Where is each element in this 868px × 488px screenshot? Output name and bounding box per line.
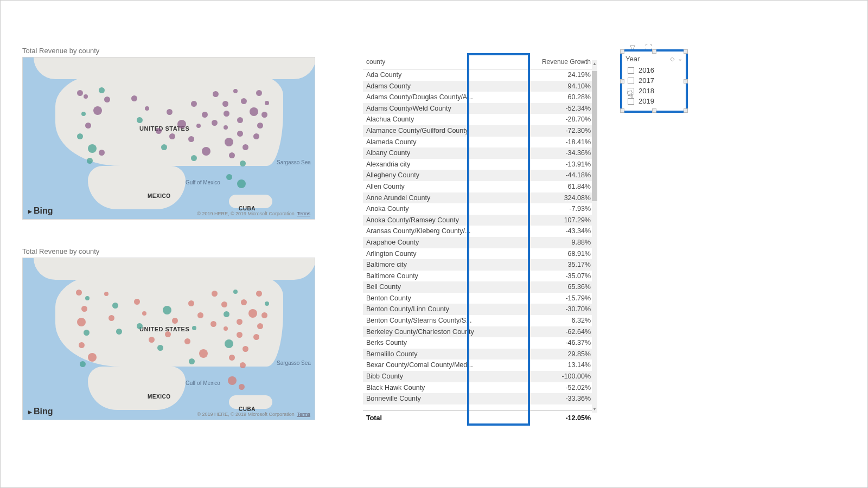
resize-handle[interactable]: [684, 79, 688, 84]
table-row[interactable]: Anoka County-7.93%: [363, 203, 596, 215]
slicer-item-2019[interactable]: 2019: [626, 96, 682, 106]
cell-county: Alamance County/Guilford County: [363, 127, 532, 135]
cell-county: Black Hawk County: [363, 384, 532, 392]
table-row[interactable]: Arapahoe County9.88%: [363, 237, 596, 248]
cell-revenue-growth: -18.41%: [532, 138, 596, 146]
resize-handle[interactable]: [652, 49, 656, 54]
total-value: -12.05%: [532, 414, 596, 422]
slicer-item-label: 2019: [639, 97, 654, 105]
table-row[interactable]: Benton County-15.79%: [363, 293, 596, 304]
slicer-item-label: 2018: [639, 87, 654, 95]
cell-county: Adams County/Douglas County/A...: [363, 93, 532, 101]
cell-revenue-growth: -52.02%: [532, 384, 596, 392]
resize-handle[interactable]: [684, 49, 688, 54]
table-row[interactable]: Benton County/Stearns County/S...6.32%: [363, 315, 596, 326]
table-row[interactable]: Anoka County/Ramsey County107.29%: [363, 215, 596, 226]
map-bubbles-1: [23, 57, 315, 219]
table-row[interactable]: Adams County/Weld County-52.34%: [363, 103, 596, 114]
cell-county: Bell County: [363, 283, 532, 291]
cell-county: Baltimore city: [363, 261, 532, 269]
cell-county: Anoka County: [363, 205, 532, 213]
table-row[interactable]: Alachua County-28.70%: [363, 114, 596, 125]
slicer-item-2016[interactable]: 2016: [626, 65, 682, 75]
table-row[interactable]: Allegheny County-44.18%: [363, 170, 596, 181]
table-row[interactable]: Allen County61.84%: [363, 181, 596, 192]
map-title-2: Total Revenue by county: [22, 247, 315, 255]
cell-county: Arapahoe County: [363, 239, 532, 247]
table-row[interactable]: Black Hawk County-52.02%: [363, 382, 596, 394]
map-terms-link[interactable]: Terms: [297, 211, 311, 216]
cell-revenue-growth: -46.37%: [532, 339, 596, 347]
table-row[interactable]: Berkeley County/Charleston County-62.64%: [363, 326, 596, 338]
checkbox-icon[interactable]: [628, 67, 634, 74]
cell-revenue-growth: -43.34%: [532, 227, 596, 235]
table-row[interactable]: Bexar County/Comal County/Med...13.14%: [363, 359, 596, 371]
cell-revenue-growth: -34.36%: [532, 149, 596, 157]
map-canvas-1[interactable]: UNITED STATES MEXICO CUBA Gulf of Mexico…: [22, 57, 315, 220]
slicer-title: Year: [626, 55, 640, 63]
resize-handle[interactable]: [684, 108, 688, 113]
cell-revenue-growth: -13.91%: [532, 160, 596, 169]
slicer-item-2018[interactable]: 2018: [626, 86, 682, 96]
cell-county: Allegheny County: [363, 171, 532, 179]
table-row[interactable]: Bernalillo County29.85%: [363, 349, 596, 360]
checkbox-icon[interactable]: [628, 98, 634, 105]
table-row[interactable]: Albany County-34.36%: [363, 147, 596, 159]
cell-revenue-growth: 6.32%: [532, 317, 596, 325]
cell-revenue-growth: 61.84%: [532, 183, 596, 191]
cell-county: Benton County: [363, 294, 532, 303]
cell-county: Adams County: [363, 82, 532, 91]
resize-handle[interactable]: [652, 108, 656, 113]
table-row[interactable]: Bell County65.36%: [363, 281, 596, 293]
map-visual-1[interactable]: Total Revenue by county UNITED STATES ME…: [22, 47, 315, 220]
cell-revenue-growth: -100.00%: [532, 373, 596, 381]
map-terms-link[interactable]: Terms: [297, 412, 311, 417]
year-slicer[interactable]: Year ◇ ⌄ 2016201720182019: [620, 49, 688, 113]
scroll-thumb[interactable]: [592, 71, 597, 201]
table-row[interactable]: Alamance County/Guilford County-72.30%: [363, 125, 596, 137]
scroll-down-icon[interactable]: ▼: [592, 407, 597, 412]
table-row[interactable]: Arlington County68.91%: [363, 248, 596, 260]
table-row[interactable]: Baltimore County-35.07%: [363, 271, 596, 282]
cell-revenue-growth: -30.70%: [532, 305, 596, 313]
column-header-revenue-growth[interactable]: Revenue Growth: [532, 58, 596, 66]
table-row[interactable]: Adams County/Douglas County/A...60.28%: [363, 92, 596, 103]
table-row[interactable]: Baltimore city35.17%: [363, 259, 596, 271]
checkbox-icon[interactable]: [628, 88, 634, 94]
cell-revenue-growth: 68.91%: [532, 250, 596, 258]
table-scrollbar[interactable]: ▲ ▼: [592, 60, 597, 413]
checkbox-icon[interactable]: [628, 78, 634, 84]
resize-handle[interactable]: [620, 79, 624, 84]
table-row[interactable]: Berks County-46.37%: [363, 337, 596, 349]
cell-revenue-growth: -7.93%: [532, 205, 596, 213]
resize-handle[interactable]: [620, 49, 624, 54]
bing-logo: Bing: [28, 206, 53, 216]
cell-county: Bernalillo County: [363, 350, 532, 358]
resize-handle[interactable]: [620, 108, 624, 113]
table-row[interactable]: Benton County/Linn County-30.70%: [363, 304, 596, 315]
revenue-growth-table[interactable]: county Revenue Growth Ada County24.19%Ad…: [363, 55, 596, 423]
table-row[interactable]: Aransas County/Kleberg County/...-43.34%: [363, 226, 596, 237]
chevron-down-icon[interactable]: ⌄: [678, 55, 682, 62]
eraser-icon[interactable]: ◇: [670, 55, 674, 62]
table-body: Ada County24.19%Adams County94.10%Adams …: [363, 69, 596, 410]
bing-logo: Bing: [28, 407, 53, 416]
map-canvas-2[interactable]: UNITED STATES MEXICO CUBA Gulf of Mexico…: [22, 258, 315, 420]
table-row[interactable]: Bibb County-100.00%: [363, 371, 596, 382]
map-bubbles-2: [23, 258, 315, 420]
slicer-item-2017[interactable]: 2017: [626, 75, 682, 86]
table-row[interactable]: Adams County94.10%: [363, 81, 596, 92]
map-visual-2[interactable]: Total Revenue by county UNITED STATES ME…: [22, 247, 315, 420]
cell-revenue-growth: 13.14%: [532, 361, 596, 369]
table-row[interactable]: Anne Arundel County324.08%: [363, 192, 596, 204]
total-label: Total: [363, 414, 532, 422]
column-header-county[interactable]: county: [363, 58, 532, 66]
scroll-up-icon[interactable]: ▲: [592, 61, 597, 66]
table-row[interactable]: Ada County24.19%: [363, 69, 596, 81]
table-row[interactable]: Alameda County-18.41%: [363, 137, 596, 148]
cell-county: Benton County/Stearns County/S...: [363, 317, 532, 325]
cell-revenue-growth: 60.28%: [532, 93, 596, 101]
table-row[interactable]: Bonneville County-33.36%: [363, 393, 596, 404]
cell-revenue-growth: -28.70%: [532, 115, 596, 124]
table-row[interactable]: Alexandria city-13.91%: [363, 159, 596, 170]
